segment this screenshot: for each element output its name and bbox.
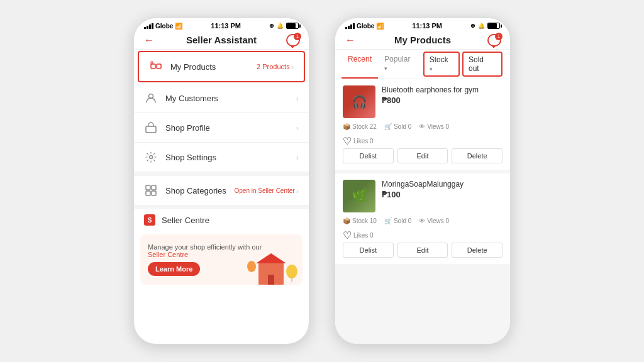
chat-badge: 1 <box>294 33 301 40</box>
svg-rect-2 <box>151 62 153 63</box>
stock-stat-2: 📦 Stock 10 <box>343 217 377 224</box>
time-label: 11:13 PM <box>211 22 241 30</box>
chat-icon-right[interactable]: 1 <box>487 34 501 47</box>
chevron-right-customers: › <box>296 94 299 103</box>
delist-button-2[interactable]: Delist <box>343 243 394 258</box>
customers-icon <box>144 91 158 105</box>
products-count: 2 Products › <box>257 62 294 72</box>
delist-button-1[interactable]: Delist <box>343 148 394 163</box>
product-card-2: 🌿 MoringaSoapMalunggay ₱100 📦 Stock 10 🛒… <box>335 173 510 264</box>
status-bar-left: Globe 📶 11:13 PM ⊕ 🔔 <box>134 18 309 31</box>
back-button-right[interactable]: ← <box>345 35 355 46</box>
banner-manage-text: Manage your shop efficiently with our <box>148 243 295 251</box>
menu-item-shop-settings[interactable]: Shop Settings › <box>134 143 309 172</box>
chevron-right-profile: › <box>296 123 299 133</box>
views-icon-1: 👁 <box>419 123 425 130</box>
battery-icon <box>286 23 299 29</box>
stock-dropdown-arrow: ▾ <box>430 66 433 72</box>
chat-badge-right: 1 <box>495 33 502 40</box>
svg-rect-8 <box>146 191 150 195</box>
chat-icon-left[interactable]: 1 <box>286 34 300 47</box>
status-bar-right: Globe 📶 11:13 PM ⊕ 🔔 <box>335 18 510 31</box>
svg-rect-0 <box>151 64 155 69</box>
edit-button-2[interactable]: Edit <box>397 243 448 258</box>
status-left-right: Globe 📶 <box>345 23 384 30</box>
svg-rect-9 <box>152 191 156 195</box>
edit-button-1[interactable]: Edit <box>397 148 448 163</box>
banner-seller-link[interactable]: Seller Centre <box>148 251 295 258</box>
tab-stock[interactable]: Stock ▾ <box>423 52 460 77</box>
product-image-2: 🌿 <box>343 180 375 212</box>
learn-more-button[interactable]: Learn More <box>148 262 200 276</box>
location-icon-right: ⊕ <box>470 23 475 29</box>
product-image-1: 🎧 <box>343 85 375 118</box>
sold-stat-1: 🛒 Sold 0 <box>384 123 411 130</box>
stock-icon-2: 📦 <box>343 217 350 224</box>
product-price-2: ₱100 <box>382 190 502 199</box>
product-info-2: MoringaSoapMalunggay ₱100 <box>382 180 502 199</box>
svg-point-5 <box>150 156 153 159</box>
chevron-right-icon: › <box>291 62 294 72</box>
views-icon-2: 👁 <box>419 217 425 224</box>
sold-icon-2: 🛒 <box>384 217 392 224</box>
menu-item-my-products[interactable]: My Products 2 Products › <box>138 51 305 82</box>
delete-button-1[interactable]: Delete <box>452 148 502 163</box>
product-card-1: 🎧 Bluetooth earphones for gym ₱800 📦 Sto… <box>335 79 510 170</box>
likes-icon-1: ♡ <box>343 135 352 147</box>
carrier-label-right: Globe <box>357 23 374 30</box>
seller-centre-icon: S <box>144 214 155 226</box>
house-door <box>268 275 274 285</box>
banner-text: Manage your shop efficiently with our Se… <box>148 243 295 276</box>
views-stat-2: 👁 Views 0 <box>419 217 449 224</box>
notification-icon: 🔔 <box>277 23 284 29</box>
menu-item-shop-categories[interactable]: Shop Categories Open in Seller Center › <box>134 176 309 206</box>
menu-label-my-products: My Products <box>170 62 257 72</box>
chevron-right-categories: › <box>296 186 299 195</box>
page-title-right: My Products <box>394 35 451 45</box>
open-seller-center: Open in Seller Center › <box>234 186 299 195</box>
status-right: ⊕ 🔔 <box>269 23 299 29</box>
menu-item-my-customers[interactable]: My Customers › <box>134 84 309 113</box>
delete-button-2[interactable]: Delete <box>452 243 502 258</box>
battery-icon-right <box>487 23 500 29</box>
product-top-1: 🎧 Bluetooth earphones for gym ₱800 <box>343 85 502 118</box>
back-button-left[interactable]: ← <box>144 35 154 46</box>
left-phone: Globe 📶 11:13 PM ⊕ 🔔 ← Seller Assistant … <box>133 18 309 344</box>
menu-list: My Products 2 Products › My Customers › <box>134 50 309 344</box>
signal-bars <box>144 23 153 29</box>
notification-icon-right: 🔔 <box>478 23 485 29</box>
menu-label-shop-categories: Shop Categories <box>165 186 234 195</box>
product-top-2: 🌿 MoringaSoapMalunggay ₱100 <box>343 180 502 212</box>
product-info-1: Bluetooth earphones for gym ₱800 <box>382 85 502 105</box>
seller-centre-label: Seller Centre <box>162 216 209 225</box>
likes-icon-2: ♡ <box>343 229 352 241</box>
chat-bubble-right: 1 <box>487 34 501 47</box>
wifi-icon: 📶 <box>175 23 182 30</box>
likes-stat-2: ♡ Likes 0 <box>343 229 374 241</box>
product-list: 🎧 Bluetooth earphones for gym ₱800 📦 Sto… <box>335 79 510 344</box>
product-name-2: MoringaSoapMalunggay <box>382 180 502 189</box>
app-header-left: ← Seller Assistant 1 <box>134 31 309 50</box>
sold-icon-1: 🛒 <box>384 123 392 130</box>
products-icon <box>149 60 163 74</box>
product-actions-1: Delist Edit Delete <box>343 148 502 163</box>
menu-item-shop-profile[interactable]: Shop Profile › <box>134 113 309 143</box>
tab-sold-out[interactable]: Sold out <box>462 52 502 77</box>
likes-stat-1: ♡ Likes 0 <box>343 135 374 147</box>
views-stat-1: 👁 Views 0 <box>419 123 449 130</box>
shop-profile-icon <box>144 121 158 134</box>
likes-row-2: ♡ Likes 0 <box>343 229 502 241</box>
right-phone: Globe 📶 11:13 PM ⊕ 🔔 ← My Products 1 Rec… <box>335 18 511 344</box>
tab-recent[interactable]: Recent <box>341 50 378 79</box>
seller-centre-item[interactable]: S Seller Centre <box>134 209 309 231</box>
status-right-right: ⊕ 🔔 <box>470 23 500 29</box>
menu-label-shop-settings: Shop Settings <box>165 153 296 162</box>
wifi-icon-right: 📶 <box>376 23 384 30</box>
page-title-left: Seller Assistant <box>186 35 257 45</box>
tab-popular[interactable]: Popular ▾ <box>378 50 422 79</box>
product-stats-2: 📦 Stock 10 🛒 Sold 0 👁 Views 0 <box>343 217 502 224</box>
svg-rect-4 <box>146 126 156 133</box>
carrier-label: Globe <box>155 23 173 30</box>
categories-icon <box>144 184 158 197</box>
menu-label-shop-profile: Shop Profile <box>165 123 296 133</box>
